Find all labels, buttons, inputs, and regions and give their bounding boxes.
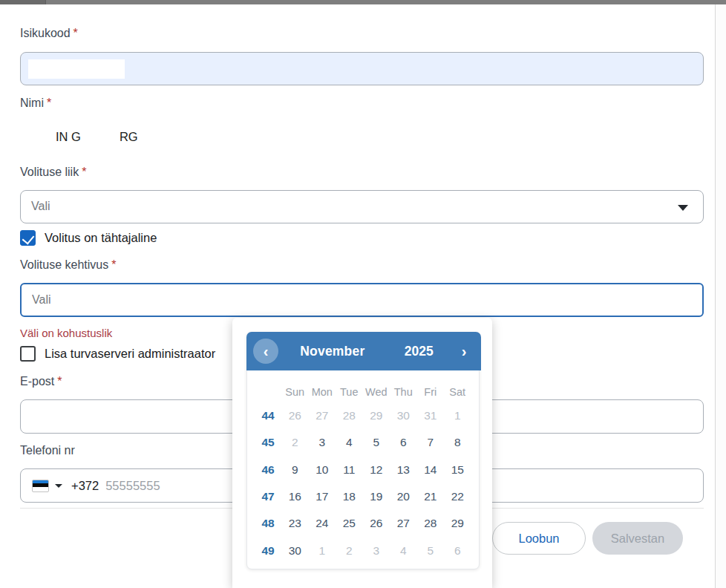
volituse-liik-select[interactable]: Vali (20, 190, 704, 223)
volituse-kehtivus-label: Volituse kehtivus* (20, 258, 116, 272)
calendar-week-row: 4930123456 (255, 537, 471, 564)
calendar-day[interactable]: 16 (281, 483, 309, 510)
calendar-day[interactable]: 17 (309, 483, 336, 510)
calendar-day[interactable]: 7 (417, 429, 445, 456)
weekday-label: Wed (363, 382, 390, 402)
calendar-day: 28 (336, 402, 363, 429)
required-asterisk: * (47, 97, 51, 109)
tahtajaline-checkbox-row[interactable]: Volitus on tähtajaline (20, 230, 157, 246)
cancel-button[interactable]: Loobun (492, 522, 586, 555)
telefon-label-text: Telefoni nr (20, 444, 75, 457)
required-asterisk: * (73, 27, 78, 39)
weekday-label: Tue (336, 382, 363, 402)
volituse-liik-label-text: Volituse liik (20, 166, 79, 178)
turvaserver-checkbox-label: Lisa turvaserveri administraator (45, 347, 215, 361)
calendar-day[interactable]: 14 (417, 457, 445, 483)
chevron-left-icon: ‹ (264, 343, 269, 360)
week-number-header (255, 382, 281, 402)
calendar-day: 2 (336, 537, 363, 564)
flag-dropdown-caret-icon[interactable] (55, 484, 62, 488)
calendar-day[interactable]: 4 (336, 429, 363, 456)
calendar-day[interactable]: 19 (363, 483, 390, 510)
calendar-day[interactable]: 23 (281, 510, 309, 537)
save-button: Salvestan (592, 522, 683, 555)
tahtajaline-checkbox-label: Volitus on tähtajaline (45, 231, 157, 245)
phone-prefix: +372 (71, 479, 99, 493)
calendar-day[interactable]: 25 (336, 510, 363, 537)
telefon-label: Telefoni nr (20, 444, 75, 457)
calendar-day[interactable]: 29 (444, 510, 471, 537)
calendar-week-row: 469101112131415 (255, 457, 471, 483)
required-asterisk: * (111, 258, 116, 271)
epost-label: E-post* (20, 375, 62, 388)
required-asterisk: * (57, 375, 62, 388)
calendar-day[interactable]: 26 (363, 510, 390, 537)
calendar-day: 1 (444, 402, 471, 429)
weekday-label: Fri (417, 382, 445, 402)
calendar-day[interactable]: 9 (281, 457, 309, 483)
nimi-label: Nimi* (20, 97, 51, 110)
isikukood-label-text: Isikukood (20, 27, 71, 39)
calendar-day: 1 (309, 537, 336, 564)
calendar-day: 27 (309, 402, 336, 429)
checkbox-unchecked-icon[interactable] (20, 346, 36, 362)
browser-tab-edge (0, 0, 46, 4)
week-number: 47 (255, 483, 281, 510)
required-asterisk: * (82, 166, 86, 178)
scrollbar-track[interactable] (715, 4, 726, 588)
calendar-day: 3 (363, 537, 390, 564)
name-first-part: IN G (56, 130, 81, 143)
calendar-day[interactable]: 22 (444, 483, 471, 510)
calendar-day: 26 (281, 402, 309, 429)
week-number: 49 (255, 537, 281, 564)
calendar-day[interactable]: 15 (444, 457, 471, 483)
week-number: 45 (255, 429, 281, 456)
calendar-day[interactable]: 18 (336, 483, 363, 510)
chevron-down-icon (678, 205, 688, 211)
calendar-day[interactable]: 24 (309, 510, 336, 537)
datepicker-card: ‹ November 2025 › SunMonTueWedThuFriSat … (246, 332, 480, 569)
datepicker-popup: ‹ November 2025 › SunMonTueWedThuFriSat … (232, 318, 492, 588)
calendar-day[interactable]: 13 (390, 457, 417, 483)
calendar-day[interactable]: 20 (390, 483, 417, 510)
weekday-header-row: SunMonTueWedThuFriSat (255, 382, 471, 402)
calendar-week-row: 452345678 (255, 429, 471, 456)
calendar-day[interactable]: 11 (336, 457, 363, 483)
calendar-day: 4 (390, 537, 417, 564)
weekday-label: Sat (444, 382, 471, 402)
turvaserver-checkbox-row[interactable]: Lisa turvaserveri administraator (20, 346, 215, 362)
field-error-message: Väli on kohustuslik (20, 327, 112, 339)
weekday-label: Thu (390, 382, 417, 402)
week-number: 46 (255, 457, 281, 483)
calendar-day[interactable]: 6 (390, 429, 417, 456)
estonia-flag-icon[interactable] (32, 480, 49, 492)
datepicker-month[interactable]: November (278, 344, 387, 359)
calendar-day: 6 (444, 537, 471, 564)
name-value: IN GRG (56, 130, 138, 144)
name-last-part: RG (120, 130, 138, 143)
redacted-value-overlay (28, 59, 125, 79)
week-number: 48 (255, 510, 281, 537)
calendar-day[interactable]: 10 (309, 457, 336, 483)
calendar-day[interactable]: 12 (363, 457, 390, 483)
next-month-button[interactable]: › (451, 339, 477, 364)
calendar-day[interactable]: 21 (417, 483, 445, 510)
calendar-day[interactable]: 8 (444, 429, 471, 456)
calendar-day: 29 (363, 402, 390, 429)
calendar-day[interactable]: 28 (417, 510, 445, 537)
calendar-day[interactable]: 30 (281, 537, 309, 564)
volituse-kehtivus-input[interactable] (20, 283, 704, 317)
calendar-day[interactable]: 3 (309, 429, 336, 456)
epost-label-text: E-post (20, 375, 54, 388)
datepicker-year[interactable]: 2025 (387, 344, 451, 359)
volituse-kehtivus-label-text: Volituse kehtivus (20, 258, 108, 271)
calendar-day: 2 (281, 429, 309, 456)
calendar-day[interactable]: 5 (363, 429, 390, 456)
calendar-day[interactable]: 27 (390, 510, 417, 537)
select-placeholder: Vali (31, 200, 50, 213)
checkbox-checked-icon[interactable] (20, 230, 36, 246)
modal-form: Isikukood* Nimi* IN GRG Volituse liik* V… (0, 0, 726, 588)
calendar-week-row: 4823242526272829 (255, 510, 471, 537)
previous-month-button[interactable]: ‹ (253, 339, 278, 364)
weekday-label: Sun (281, 382, 309, 402)
